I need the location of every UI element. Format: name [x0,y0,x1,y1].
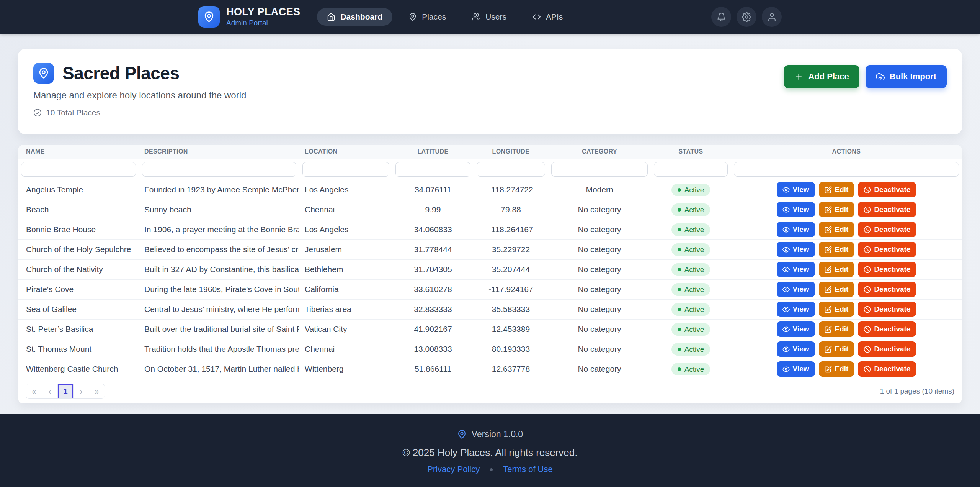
edit-button[interactable]: Edit [819,341,854,357]
ban-icon [864,326,871,333]
deactivate-button[interactable]: Deactivate [858,302,916,317]
cell-location: Chennai [299,339,392,359]
edit-button-label: Edit [835,185,849,194]
cell-location: Chennai [299,200,392,220]
cell-latitude-text: 33.610278 [414,285,452,294]
cell-category-text: Modern [586,185,613,194]
nav-item-dashboard[interactable]: Dashboard [317,8,392,26]
cell-category: No category [548,359,651,379]
cell-longitude-text: -118.274722 [488,185,533,194]
cell-location-text: Chennai [305,205,335,214]
cell-latitude-text: 31.778444 [414,245,452,254]
view-button[interactable]: View [777,222,815,237]
filter-input-location[interactable] [302,162,389,177]
nav-item-apis[interactable]: APIs [523,8,573,26]
column-header-label: STATUS [678,148,703,155]
deactivate-button[interactable]: Deactivate [858,321,916,337]
edit-button[interactable]: Edit [819,242,854,257]
view-button[interactable]: View [777,242,815,257]
deactivate-button[interactable]: Deactivate [858,242,916,257]
cell-category-text: No category [578,205,621,214]
pagination-first-button[interactable]: « [26,384,42,398]
column-header-status: STATUS [651,145,731,159]
add-place-button[interactable]: Add Place [784,65,859,88]
filter-input-status[interactable] [654,162,728,177]
view-button[interactable]: View [777,321,815,337]
cell-latitude: 34.076111 [392,180,474,200]
notifications-button[interactable] [711,7,731,27]
cell-description: On October 31, 1517, Martin Luther naile… [139,359,299,379]
cell-description-text: Believed to encompass the site of Jesus’… [144,245,299,254]
settings-button[interactable] [737,7,756,27]
deactivate-button[interactable]: Deactivate [858,262,916,277]
cell-latitude: 31.778444 [392,239,474,259]
pagination-page-1-button[interactable]: 1 [57,384,73,398]
status-dot-icon [678,367,681,371]
table-row: St. Thomas MountTradition holds that the… [18,339,962,359]
view-button[interactable]: View [777,262,815,277]
table-row: BeachSunny beachChennai9.9979.88No categ… [18,200,962,220]
filter-input-longitude[interactable] [477,162,545,177]
view-button[interactable]: View [777,182,815,197]
edit-button[interactable]: Edit [819,282,854,297]
table-row: St. Peter’s BasilicaBuilt over the tradi… [18,319,962,339]
filter-input-actions[interactable] [734,162,959,177]
edit-button[interactable]: Edit [819,222,854,237]
cloud-upload-icon [876,72,885,81]
edit-button[interactable]: Edit [819,302,854,317]
cell-status: Active [651,319,731,339]
brand[interactable]: HOLY PLACES Admin Portal [198,6,300,28]
eye-icon [782,246,790,253]
deactivate-button[interactable]: Deactivate [858,202,916,217]
cell-category-text: No category [578,325,621,333]
edit-button[interactable]: Edit [819,182,854,197]
footer-link-privacy-policy[interactable]: Privacy Policy [427,464,480,474]
eye-icon [782,266,790,273]
filter-input-category[interactable] [551,162,648,177]
edit-button[interactable]: Edit [819,361,854,377]
ban-icon [864,306,871,313]
filter-input-description[interactable] [142,162,296,177]
view-button[interactable]: View [777,202,815,217]
cell-name-text: St. Peter’s Basilica [26,325,93,333]
deactivate-button[interactable]: Deactivate [858,361,916,377]
pagination-prev-button[interactable]: ‹ [42,384,57,398]
view-button-label: View [793,225,809,234]
edit-button[interactable]: Edit [819,321,854,337]
bulk-import-button[interactable]: Bulk Import [866,65,947,88]
deactivate-button[interactable]: Deactivate [858,222,916,237]
nav-item-places[interactable]: Places [399,8,456,26]
cell-status: Active [651,359,731,379]
plus-icon [794,72,803,81]
deactivate-button[interactable]: Deactivate [858,282,916,297]
edit-button[interactable]: Edit [819,262,854,277]
profile-button[interactable] [762,7,782,27]
edit-icon [825,246,832,253]
pagination-last-button[interactable]: » [89,384,105,398]
view-button[interactable]: View [777,282,815,297]
edit-button[interactable]: Edit [819,202,854,217]
nav-item-users[interactable]: Users [462,8,516,26]
edit-button-label: Edit [835,285,849,294]
cell-status: Active [651,339,731,359]
deactivate-button[interactable]: Deactivate [858,182,916,197]
footer-link-terms-of-use[interactable]: Terms of Use [503,464,553,474]
edit-button-label: Edit [835,245,849,254]
status-label: Active [684,346,704,353]
filter-input-latitude[interactable] [395,162,470,177]
cell-description: During the late 1960s, Pirate's Cove in … [139,279,299,299]
view-button[interactable]: View [777,302,815,317]
ban-icon [864,186,871,193]
deactivate-button[interactable]: Deactivate [858,341,916,357]
pin-icon [203,11,215,23]
pagination-next-button[interactable]: › [73,384,89,398]
cell-category: No category [548,200,651,220]
view-button[interactable]: View [777,341,815,357]
view-button[interactable]: View [777,361,815,377]
cell-status: Active [651,279,731,299]
nav-item-label: Places [422,12,446,21]
cell-longitude-text: 35.583333 [492,305,530,313]
filter-input-name[interactable] [21,162,136,177]
cell-latitude: 34.060833 [392,220,474,239]
eye-icon [782,286,790,293]
